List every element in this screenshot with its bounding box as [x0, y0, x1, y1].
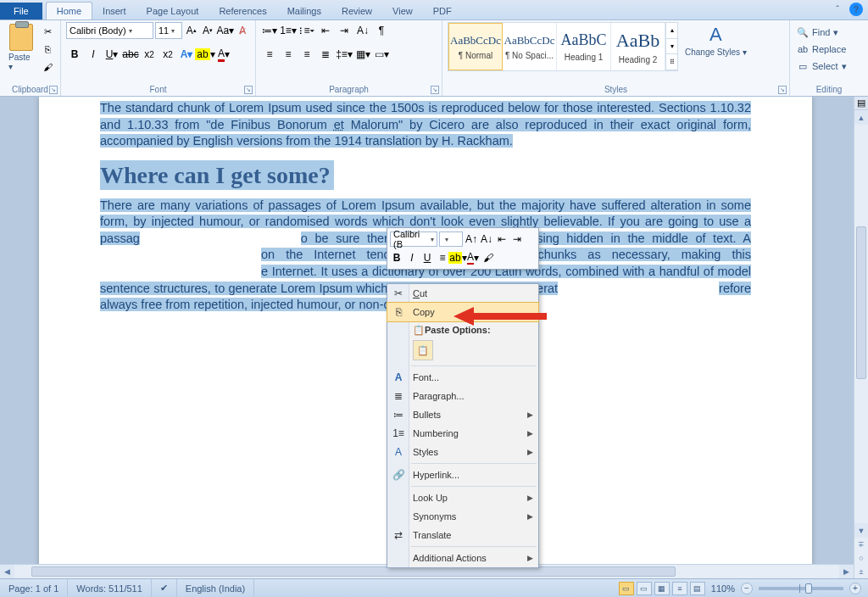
- style-heading1[interactable]: AaBbC Heading 1: [557, 23, 611, 70]
- mini-italic[interactable]: I: [405, 249, 419, 266]
- tab-pdf[interactable]: PDF: [423, 3, 462, 20]
- ctx-paragraph[interactable]: ≣Paragraph...: [387, 387, 538, 405]
- mini-size-combo[interactable]: ▾: [439, 232, 463, 247]
- mini-center[interactable]: ≡: [436, 249, 449, 266]
- decrease-indent-button[interactable]: ⇤: [317, 22, 334, 39]
- grow-font-button[interactable]: A▴: [184, 22, 198, 39]
- tab-file[interactable]: File: [0, 3, 42, 20]
- scroll-left[interactable]: ◀: [0, 565, 14, 578]
- paragraph-launcher[interactable]: ↘: [431, 86, 439, 94]
- ctx-additional[interactable]: Additional Actions▶: [387, 549, 538, 567]
- line-spacing-button[interactable]: ‡≡▾: [336, 46, 353, 63]
- mini-font-combo[interactable]: Calibri (B▾: [390, 232, 437, 247]
- view-web-layout[interactable]: ▦: [654, 582, 670, 595]
- italic-button[interactable]: I: [85, 46, 102, 63]
- tab-review[interactable]: Review: [331, 3, 382, 20]
- show-marks-button[interactable]: ¶: [373, 22, 390, 39]
- font-launcher[interactable]: ↘: [244, 86, 253, 94]
- scroll-thumb-h[interactable]: [31, 566, 676, 577]
- text-effects-button[interactable]: A▾: [178, 46, 195, 63]
- gallery-more[interactable]: ⠿: [666, 54, 677, 70]
- tab-references[interactable]: References: [209, 3, 276, 20]
- copy-button[interactable]: ⎘: [40, 42, 55, 57]
- style-normal[interactable]: AaBbCcDc ¶ Normal: [448, 23, 503, 70]
- mini-shrink-font[interactable]: A↓: [480, 231, 493, 248]
- ctx-translate[interactable]: ⇄Translate: [387, 526, 538, 544]
- ctx-copy[interactable]: ⎘Copy: [387, 303, 538, 321]
- shading-button[interactable]: ▦▾: [354, 46, 371, 63]
- shrink-font-button[interactable]: A▾: [200, 22, 214, 39]
- scroll-right[interactable]: ▶: [839, 565, 854, 578]
- zoom-slider[interactable]: [759, 587, 843, 590]
- styles-launcher[interactable]: ↘: [778, 86, 787, 94]
- ctx-cut[interactable]: ✂Cut: [387, 284, 538, 303]
- ctx-lookup[interactable]: Look Up▶: [387, 488, 538, 507]
- paste-button[interactable]: Paste ▾: [5, 22, 36, 73]
- bullets-button[interactable]: ≔▾: [261, 22, 278, 39]
- ctx-hyperlink[interactable]: 🔗Hyperlink...: [387, 466, 538, 484]
- align-left-button[interactable]: ≡: [261, 46, 278, 63]
- scroll-thumb-v[interactable]: [856, 226, 866, 379]
- zoom-in[interactable]: +: [849, 583, 861, 594]
- ctx-font[interactable]: AFont...: [387, 368, 538, 387]
- change-case-button[interactable]: Aa▾: [217, 22, 234, 39]
- gallery-up[interactable]: ▴: [666, 23, 677, 39]
- gallery-down[interactable]: ▾: [666, 39, 677, 55]
- view-full-screen[interactable]: ▭: [637, 582, 652, 595]
- style-heading2[interactable]: AaBb Heading 2: [611, 23, 665, 70]
- ctx-bullets[interactable]: ≔Bullets▶: [387, 405, 538, 424]
- tab-mailings[interactable]: Mailings: [277, 3, 331, 20]
- sort-button[interactable]: A↓: [354, 22, 371, 39]
- strikethrough-button[interactable]: abc: [122, 46, 139, 63]
- mini-format-painter[interactable]: 🖌: [481, 249, 495, 266]
- mini-grow-font[interactable]: A↑: [465, 231, 478, 248]
- next-page-button[interactable]: ±: [854, 565, 868, 578]
- help-icon[interactable]: ?: [849, 3, 863, 16]
- highlight-button[interactable]: ab▾: [197, 46, 214, 63]
- numbering-button[interactable]: 1≡▾: [280, 22, 297, 39]
- bold-button[interactable]: B: [66, 46, 83, 63]
- mini-underline[interactable]: U: [420, 249, 434, 266]
- status-proof[interactable]: ✔: [152, 579, 177, 597]
- justify-button[interactable]: ≣: [317, 46, 334, 63]
- view-print-layout[interactable]: ▭: [619, 582, 634, 595]
- subscript-button[interactable]: x2: [141, 46, 158, 63]
- view-draft[interactable]: ▤: [690, 582, 705, 595]
- mini-font-color[interactable]: A▾: [466, 249, 480, 266]
- cut-button[interactable]: ✂: [40, 24, 55, 39]
- align-right-button[interactable]: ≡: [298, 46, 315, 63]
- ctx-synonyms[interactable]: Synonyms▶: [387, 507, 538, 526]
- select-button[interactable]: ▭Select ▾: [795, 59, 849, 73]
- tab-view[interactable]: View: [382, 3, 423, 20]
- font-family-combo[interactable]: Calibri (Body)▾: [66, 22, 153, 39]
- scroll-down[interactable]: ▼: [854, 523, 868, 538]
- heading-where[interactable]: Where can I get some?: [100, 162, 751, 189]
- font-size-combo[interactable]: 11▾: [155, 22, 182, 39]
- ctx-styles[interactable]: AStyles▶: [387, 443, 538, 461]
- ctx-numbering[interactable]: 1≡Numbering▶: [387, 424, 538, 443]
- mini-inc-indent[interactable]: ⇥: [510, 231, 524, 248]
- status-language[interactable]: English (India): [177, 579, 254, 597]
- tab-insert[interactable]: Insert: [92, 3, 136, 20]
- underline-button[interactable]: U▾: [103, 46, 120, 63]
- change-styles-button[interactable]: A Change Styles ▾: [682, 22, 750, 59]
- clipboard-launcher[interactable]: ↘: [49, 86, 58, 94]
- prev-page-button[interactable]: ∓: [854, 538, 868, 551]
- borders-button[interactable]: ▭▾: [373, 46, 390, 63]
- scroll-up[interactable]: ▲: [854, 110, 868, 125]
- paste-keep-source[interactable]: 📋: [413, 340, 433, 360]
- increase-indent-button[interactable]: ⇥: [336, 22, 353, 39]
- status-page[interactable]: Page: 1 of 1: [0, 579, 68, 597]
- clear-formatting-button[interactable]: A̷: [236, 22, 250, 39]
- status-words[interactable]: Words: 511/511: [68, 579, 151, 597]
- tab-home[interactable]: Home: [46, 2, 92, 20]
- font-color-button[interactable]: A▾: [215, 46, 232, 63]
- align-center-button[interactable]: ≡: [280, 46, 297, 63]
- browse-object-button[interactable]: ○: [854, 551, 868, 565]
- format-painter-button[interactable]: 🖌: [40, 59, 55, 75]
- multilevel-list-button[interactable]: ⫶≡▾: [298, 22, 315, 39]
- body-paragraph-1[interactable]: The standard chunk of Lorem Ipsum used s…: [100, 100, 751, 150]
- minimize-ribbon-icon[interactable]: ˆ: [831, 3, 844, 16]
- superscript-button[interactable]: x2: [159, 46, 176, 63]
- replace-button[interactable]: abReplace: [795, 42, 848, 56]
